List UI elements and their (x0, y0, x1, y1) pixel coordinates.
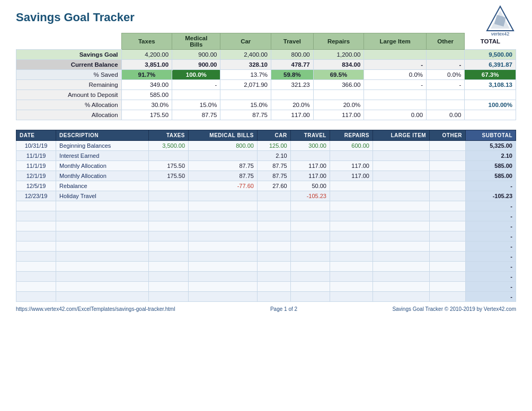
ps-medical: 100.0% (172, 70, 220, 80)
td-travel (290, 201, 330, 211)
td-subtotal: 2.10 (466, 151, 516, 161)
td-travel (290, 211, 330, 221)
td-travel (290, 292, 330, 302)
td-desc (56, 272, 149, 282)
td-taxes (148, 191, 188, 201)
th-medical: Medical Bills (189, 130, 258, 141)
td-repairs (330, 292, 373, 302)
td-large-item (373, 161, 429, 171)
dep-travel (271, 90, 314, 100)
td-large-item (373, 191, 429, 201)
dep-taxes: 585.00 (121, 90, 172, 100)
td-subtotal: 585.00 (466, 171, 516, 181)
rem-large-item: - (364, 80, 427, 90)
td-travel (290, 272, 330, 282)
td-other (430, 201, 466, 211)
sg-travel: 800.00 (271, 50, 314, 60)
ps-large-item: 0.0% (364, 70, 427, 80)
td-desc: Monthly Allocation (56, 161, 149, 171)
td-travel (290, 252, 330, 262)
cb-repairs: 834.00 (313, 60, 364, 70)
deposit-label: Amount to Deposit (16, 90, 122, 100)
td-taxes (148, 211, 188, 221)
footer-page: Page 1 of 2 (270, 306, 297, 312)
td-date (16, 211, 56, 221)
th-date: DATE (16, 130, 56, 141)
td-medical (189, 242, 258, 252)
trans-row: - (16, 201, 516, 211)
td-other (430, 282, 466, 292)
td-car (257, 252, 290, 262)
td-subtotal: 585.00 (466, 161, 516, 171)
trans-row: - (16, 252, 516, 262)
ap-other (427, 100, 465, 110)
td-taxes (148, 282, 188, 292)
td-repairs (330, 201, 373, 211)
sg-other (427, 50, 465, 60)
footer-url[interactable]: https://www.vertex42.com/ExcelTemplates/… (16, 306, 175, 312)
td-taxes (148, 252, 188, 262)
pct-saved-label: % Saved (16, 70, 122, 80)
td-large-item (373, 272, 429, 282)
td-subtotal: - (466, 181, 516, 191)
td-large-item (373, 252, 429, 262)
dep-total (465, 90, 516, 100)
td-car: 87.75 (257, 161, 290, 171)
td-large-item (373, 242, 429, 252)
td-medical (189, 231, 258, 242)
td-large-item (373, 211, 429, 221)
td-travel (290, 242, 330, 252)
td-other (430, 221, 466, 231)
td-medical: 87.75 (189, 161, 258, 171)
td-car (257, 211, 290, 221)
td-car: 27.60 (257, 181, 290, 191)
td-medical (189, 201, 258, 211)
td-other (430, 191, 466, 201)
td-date: 12/5/19 (16, 181, 56, 191)
trans-row: 12/23/19 Holiday Travel -105.23 -105.23 (16, 191, 516, 201)
td-large-item (373, 231, 429, 242)
dep-car (220, 90, 271, 100)
td-other (430, 292, 466, 302)
ps-travel: 59.8% (271, 70, 314, 80)
td-large-item (373, 262, 429, 272)
td-desc: Monthly Allocation (56, 171, 149, 181)
footer-copyright: Savings Goal Tracker © 2010-2019 by Vert… (392, 306, 516, 312)
td-subtotal: - (466, 211, 516, 221)
td-taxes (148, 292, 188, 302)
col-taxes: Taxes (121, 33, 172, 50)
td-subtotal: 5,325.00 (466, 141, 516, 151)
td-car (257, 191, 290, 201)
current-balance-label: Current Balance (16, 60, 122, 70)
td-medical (189, 211, 258, 221)
transaction-table: DATE DESCRIPTION Taxes Medical Bills Car… (16, 130, 516, 302)
td-desc (56, 201, 149, 211)
al-car: 87.75 (220, 110, 271, 120)
th-other: Other (430, 130, 466, 141)
td-desc (56, 262, 149, 272)
td-desc: Rebalance (56, 181, 149, 191)
td-date (16, 282, 56, 292)
td-repairs: 117.00 (330, 171, 373, 181)
td-desc: Beginning Balances (56, 141, 149, 151)
td-repairs (330, 151, 373, 161)
allocation-label: Allocation (16, 110, 122, 120)
td-taxes (148, 181, 188, 191)
col-large-item: Large Item (364, 33, 427, 50)
td-travel (290, 221, 330, 231)
td-taxes: 3,500.00 (148, 141, 188, 151)
td-repairs (330, 282, 373, 292)
td-medical (189, 191, 258, 201)
trans-row: 11/1/19 Monthly Allocation 175.50 87.75 … (16, 161, 516, 171)
td-large-item (373, 292, 429, 302)
dep-other (427, 90, 465, 100)
td-date (16, 231, 56, 242)
footer: https://www.vertex42.com/ExcelTemplates/… (16, 306, 516, 312)
td-taxes (148, 221, 188, 231)
td-repairs (330, 262, 373, 272)
trans-row: 11/1/19 Interest Earned 2.10 2.10 (16, 151, 516, 161)
ap-medical: 15.0% (172, 100, 220, 110)
trans-row: - (16, 272, 516, 282)
td-large-item (373, 171, 429, 181)
td-date (16, 221, 56, 231)
